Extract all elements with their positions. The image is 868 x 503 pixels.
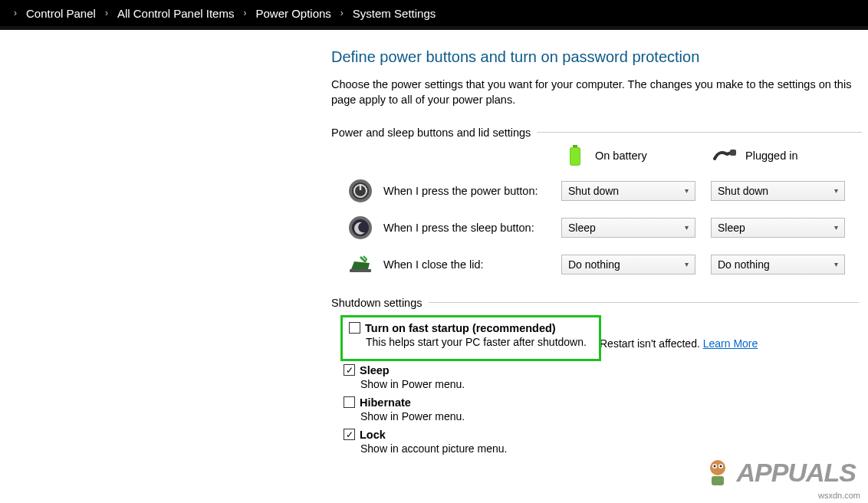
col-battery: On battery <box>561 145 712 166</box>
laptop-lid-icon <box>347 251 374 278</box>
breadcrumb-item[interactable]: System Settings <box>350 7 439 20</box>
chevron-down-icon: ▾ <box>685 260 689 268</box>
intro-text: Choose the power settings that you want … <box>331 77 859 108</box>
svg-point-14 <box>713 465 715 468</box>
power-icon <box>347 177 374 205</box>
col-plugged: Plugged in <box>712 148 862 163</box>
hibernate-desc: Show in Power menu. <box>360 410 859 422</box>
lock-label: Lock <box>360 429 386 441</box>
lid-battery-select[interactable]: Do nothing▾ <box>561 255 695 275</box>
chevron-down-icon: ▾ <box>685 186 689 195</box>
sleep-desc: Show in Power menu. <box>360 378 859 390</box>
svg-rect-10 <box>350 269 371 272</box>
watermark: wsxdn.com <box>818 491 860 500</box>
plug-icon <box>712 148 739 163</box>
svg-rect-2 <box>570 148 580 165</box>
chevron-down-icon: ▾ <box>834 260 838 268</box>
sleep-button-plugged-select[interactable]: Sleep▾ <box>711 218 845 238</box>
power-sleep-lid-section: Power and sleep buttons and lid settings… <box>331 127 862 283</box>
sleep-button-battery-select[interactable]: Sleep▾ <box>561 218 695 238</box>
chevron-down-icon: ▾ <box>685 223 689 232</box>
hibernate-checkbox[interactable] <box>344 396 355 408</box>
breadcrumb-item[interactable]: Control Panel <box>23 7 99 20</box>
lock-desc: Show in account picture menu. <box>360 442 859 455</box>
fast-startup-label: Turn on fast startup (recommended) <box>365 322 556 334</box>
learn-more-link[interactable]: Learn More <box>703 337 758 350</box>
breadcrumb-item[interactable]: Power Options <box>252 7 334 20</box>
chevron-down-icon: ▾ <box>834 223 838 232</box>
sleep-label: Sleep <box>360 364 390 376</box>
site-logo: APPUALS <box>702 455 856 488</box>
lock-checkbox[interactable] <box>344 429 355 440</box>
fast-startup-checkbox[interactable] <box>349 322 360 334</box>
svg-rect-0 <box>573 145 577 147</box>
chevron-right-icon: › <box>8 8 23 18</box>
section-legend: Power and sleep buttons and lid settings <box>331 127 537 139</box>
power-button-battery-select[interactable]: Shut down▾ <box>561 181 695 201</box>
breadcrumb-item[interactable]: All Control Panel Items <box>114 7 238 20</box>
battery-icon <box>561 145 589 166</box>
chevron-down-icon: ▾ <box>834 186 838 195</box>
breadcrumb: › Control Panel › All Control Panel Item… <box>0 0 868 26</box>
lid-plugged-select[interactable]: Do nothing▾ <box>711 255 845 275</box>
power-button-plugged-select[interactable]: Shut down▾ <box>711 181 845 201</box>
shutdown-settings-section: Shutdown settings Turn on fast startup (… <box>331 297 859 461</box>
section-legend: Shutdown settings <box>331 297 429 309</box>
chevron-right-icon: › <box>237 8 252 18</box>
sleep-icon <box>347 214 374 242</box>
fast-startup-desc-extra: Restart isn't affected. <box>600 337 700 350</box>
chevron-right-icon: › <box>334 8 350 18</box>
svg-rect-3 <box>730 150 736 156</box>
fast-startup-highlight: Turn on fast startup (recommended) This … <box>340 315 601 361</box>
page-title: Define power buttons and turn on passwor… <box>331 48 859 66</box>
svg-point-15 <box>719 465 722 468</box>
row-sleep-button: When I press the sleep button: Sleep▾ Sl… <box>331 209 862 246</box>
row-lid: When I close the lid: Do nothing▾ Do not… <box>331 246 862 283</box>
hibernate-label: Hibernate <box>360 396 411 409</box>
svg-rect-16 <box>712 476 724 485</box>
chevron-right-icon: › <box>99 8 114 18</box>
sleep-checkbox[interactable] <box>344 364 355 376</box>
svg-point-11 <box>710 460 725 475</box>
row-power-button: When I press the power button: Shut down… <box>331 173 862 209</box>
